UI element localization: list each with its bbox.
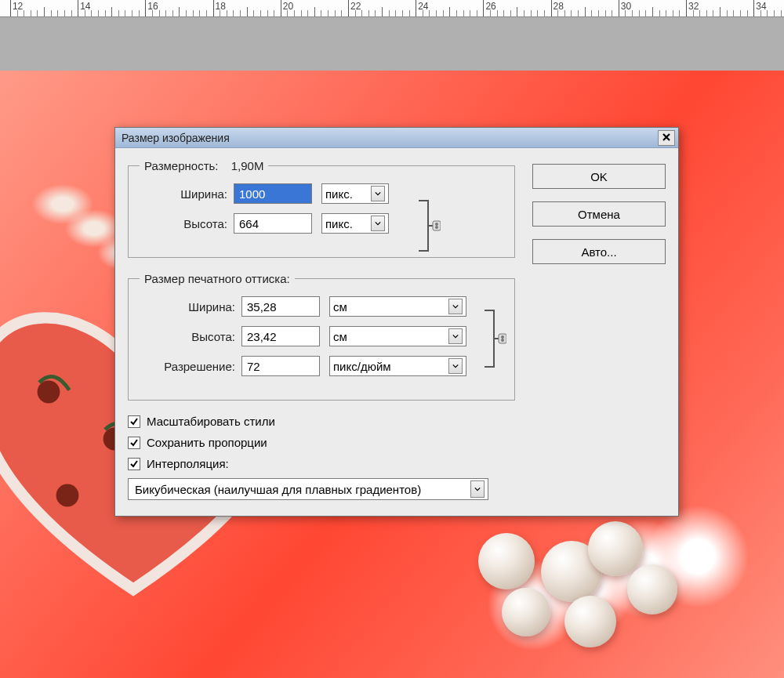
resolution-input[interactable] xyxy=(241,356,320,376)
pearl-graphic xyxy=(478,533,535,589)
width-label: Ширина: xyxy=(140,187,234,201)
select-value: см xyxy=(333,300,347,314)
pearl-graphic xyxy=(627,564,677,615)
ok-button[interactable]: OK xyxy=(532,164,666,189)
chevron-down-icon xyxy=(448,358,463,374)
svg-point-9 xyxy=(501,335,504,339)
dialog-title: Размер изображения xyxy=(122,132,230,144)
image-size-dialog: Размер изображения Размерность: 1,90M Ши… xyxy=(114,127,679,517)
horizontal-ruler: 121416182022242628303234 xyxy=(0,0,784,17)
workspace-background xyxy=(0,17,784,71)
pixel-width-input[interactable] xyxy=(234,183,312,204)
svg-point-10 xyxy=(501,339,504,342)
print-height-label: Высота: xyxy=(140,330,241,343)
constrain-link-icon xyxy=(483,307,506,370)
pearl-graphic xyxy=(502,588,550,636)
chevron-down-icon xyxy=(448,299,463,314)
cancel-button[interactable]: Отмена xyxy=(532,201,666,227)
pixel-dimensions-group: Размерность: 1,90M Ширина: пикс. Высота:… xyxy=(128,159,515,258)
pixel-height-input[interactable] xyxy=(234,213,312,234)
pixel-dimensions-legend: Размерность: 1,90M xyxy=(140,159,268,172)
resample-checkbox[interactable] xyxy=(128,458,140,470)
constrain-proportions-label: Сохранить пропорции xyxy=(147,436,267,449)
checkmark-icon xyxy=(129,417,139,426)
checkmark-icon xyxy=(129,438,139,448)
svg-point-0 xyxy=(38,381,60,404)
print-width-input[interactable] xyxy=(241,296,320,317)
close-icon xyxy=(662,132,671,143)
print-width-unit-select[interactable]: см xyxy=(329,296,466,317)
scale-styles-label: Масштабировать стили xyxy=(147,415,275,428)
interpolation-select[interactable]: Бикубическая (наилучшая для плавных град… xyxy=(128,478,488,500)
pixel-width-unit-select[interactable]: пикс. xyxy=(321,183,389,204)
constrain-link-icon xyxy=(417,198,441,254)
resolution-label: Разрешение: xyxy=(140,360,241,373)
print-width-label: Ширина: xyxy=(140,300,241,314)
resolution-unit-select[interactable]: пикс/дюйм xyxy=(329,356,466,376)
select-value: Бикубическая (наилучшая для плавных град… xyxy=(135,483,421,496)
pixel-height-unit-select[interactable]: пикс. xyxy=(321,213,389,234)
print-height-input[interactable] xyxy=(241,326,320,346)
checkmark-icon xyxy=(129,459,139,469)
resample-label: Интерполяция: xyxy=(147,457,229,470)
chevron-down-icon xyxy=(371,186,385,201)
pearl-graphic xyxy=(588,521,643,576)
select-value: пикс/дюйм xyxy=(333,360,391,373)
print-dimensions-legend: Размер печатного оттиска: xyxy=(140,272,295,285)
chevron-down-icon xyxy=(470,480,485,498)
chevron-down-icon xyxy=(448,328,463,344)
print-height-unit-select[interactable]: см xyxy=(329,326,466,346)
pearl-graphic xyxy=(564,596,616,647)
file-size-value: 1,90M xyxy=(231,159,264,172)
svg-point-3 xyxy=(56,484,79,507)
close-button[interactable] xyxy=(658,130,675,146)
select-value: пикс. xyxy=(325,187,353,201)
svg-point-7 xyxy=(435,226,438,229)
svg-point-6 xyxy=(435,223,438,226)
chevron-down-icon xyxy=(371,216,385,231)
scale-styles-checkbox[interactable] xyxy=(128,415,140,428)
constrain-proportions-checkbox[interactable] xyxy=(128,437,140,449)
dialog-titlebar[interactable]: Размер изображения xyxy=(115,128,678,148)
print-dimensions-group: Размер печатного оттиска: Ширина: см Выс… xyxy=(128,272,515,401)
select-value: см xyxy=(333,330,347,343)
height-label: Высота: xyxy=(140,217,234,230)
select-value: пикс. xyxy=(325,217,353,230)
auto-button[interactable]: Авто... xyxy=(532,239,666,264)
